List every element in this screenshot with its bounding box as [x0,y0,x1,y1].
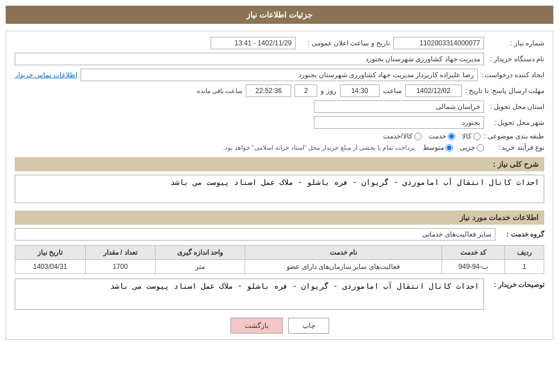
table-header-row: ردیف کد خدمت نام خدمت واحد اندازه گیری ت… [15,246,544,260]
purchase-radio-group: جزیی متوسط [423,144,484,151]
date-value: 1402/11/29 - 13:41 [211,37,296,49]
creator-value: رضا علیزاده کاربرداز مدیریت جهاد کشاورزی… [81,69,478,81]
print-button[interactable]: چاپ [288,318,329,334]
city-label: شهر محل تحویل : [487,119,544,127]
row-province: استان محل تحویل : خراسان شمالی [15,100,544,113]
th-date: تاریخ نیاز [15,246,86,260]
radio-motavaset[interactable]: متوسط [423,144,453,151]
deadline-remaining: ساعت باقی مانده [197,87,242,95]
row-buyer-desc: توصیحات خریدار : [15,279,544,310]
creator-label: ایجاد کننده درخواست : [481,71,544,79]
th-row-num: ردیف [505,246,544,260]
deadline-label: مهلت ارسال پاسخ: تا تاریخ : [465,87,544,95]
row-buyer: نام دستگاه خریدار : مدیریت جهاد کشاورزی … [15,53,544,65]
deadline-time-label: ساعت [383,87,402,95]
back-button[interactable]: بازگشت [230,318,283,334]
number-label: شماره نیاز : [487,39,544,47]
date-label: تاریخ و ساعت اعلان عمومی : [299,39,390,47]
radio-khadamat[interactable]: خدمت [428,132,455,140]
buyer-desc-label: توصیحات خریدار : [487,281,544,289]
group-value: سایر فعالیت‌های خدماتی [15,228,495,241]
services-title: اطلاعات خدمات مورد نیاز [15,210,544,225]
table-row: 1 ب-94-949 فعالیت‌های سایر سازمان‌های دا… [15,260,544,274]
main-card: شماره نیاز : 1102003314000077 تاریخ و سا… [6,31,553,340]
group-label: گروه خدمت : [499,230,544,238]
row-purchase-type: نوع فرآیند خرید : جزیی متوسط پرداخت تمام… [15,144,544,151]
category-label: طبقه بندی موضوعی : [484,132,544,140]
cell-date: 1403/04/31 [15,260,86,274]
row-deadline: مهلت ارسال پاسخ: تا تاریخ : 1402/12/02 س… [15,85,544,97]
city-value: بجنورد [314,116,484,129]
description-title: شرح کلی نیاز : [15,157,544,171]
row-category: طبقه بندی موضوعی : کالا خدمت کالا/خدمت [15,132,544,140]
services-table: ردیف کد خدمت نام خدمت واحد اندازه گیری ت… [15,245,544,274]
th-quantity: تعداد / مقدار [85,246,155,260]
radio-kala[interactable]: کالا [462,132,481,140]
deadline-date: 1402/12/02 [405,85,462,97]
buyer-value: مدیریت جهاد کشاورزی شهرستان بجنورد [15,53,484,65]
row-creator: ایجاد کننده درخواست : رضا علیزاده کاربرد… [15,69,544,81]
buyer-desc-textarea[interactable] [15,279,484,310]
page-title: جزئیات اطلاعات نیاز [6,6,553,24]
contact-link[interactable]: اطلاعات تماس خریدار [15,71,77,79]
page-wrapper: جزئیات اطلاعات نیاز شماره نیاز : 1102003… [0,0,559,392]
row-city: شهر محل تحویل : بجنورد [15,116,544,129]
purchase-note: پرداخت تمام یا بخشی از مبلغ خریدار محل "… [222,144,415,151]
th-code: کد خدمت [442,246,505,260]
deadline-days-label: روز و [321,87,336,95]
buyer-label: نام دستگاه خریدار : [487,55,544,63]
cell-row-num: 1 [505,260,544,274]
cell-code: ب-94-949 [442,260,505,274]
cell-unit: متر [155,260,245,274]
purchase-type-label: نوع فرآیند خرید : [487,144,544,151]
th-unit: واحد اندازه گیری [155,246,245,260]
description-textarea[interactable] [15,175,544,203]
description-area [15,175,544,205]
button-row: چاپ بازگشت [15,318,544,334]
deadline-days: 2 [295,85,317,97]
category-radio-group: کالا خدمت کالا/خدمت [383,132,480,140]
number-value: 1102003314000077 [393,37,484,49]
deadline-clock: 22:52:36 [246,85,291,97]
province-label: استان محل تحویل : [487,103,544,111]
radio-jozi[interactable]: جزیی [460,144,484,151]
radio-kala-khadamat[interactable]: کالا/خدمت [383,132,421,140]
province-value: خراسان شمالی [314,100,484,113]
row-service-group: گروه خدمت : سایر فعالیت‌های خدماتی [15,228,544,241]
th-name: نام خدمت [245,246,442,260]
cell-name: فعالیت‌های سایر سازمان‌های دارای عضو [245,260,442,274]
row-number-date: شماره نیاز : 1102003314000077 تاریخ و سا… [15,37,544,49]
cell-quantity: 1700 [85,260,155,274]
deadline-time: 14:30 [340,85,380,97]
